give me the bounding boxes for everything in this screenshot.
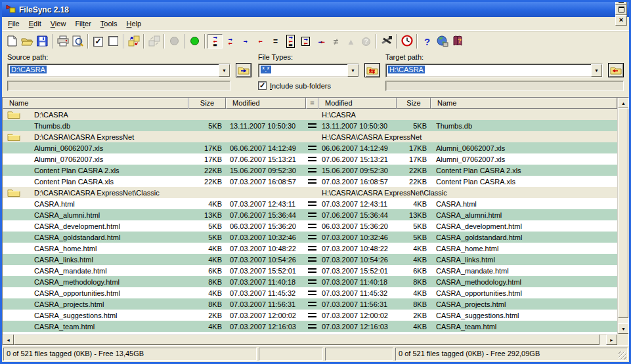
show-different-button[interactable]: →←: [223, 34, 238, 49]
menu-tools[interactable]: Tools: [96, 18, 122, 29]
scroll-right-button[interactable]: ►: [606, 334, 617, 345]
target-path-value[interactable]: H:\CASRA: [388, 66, 425, 73]
new-file-button[interactable]: [5, 34, 20, 49]
file-row[interactable]: CASRA_team.html4KB07.03.2007 12:16:0307.…: [3, 321, 617, 332]
toolbar-separator: [123, 34, 124, 49]
manual-button[interactable]: ?: [450, 34, 465, 49]
source-path-dropdown-button[interactable]: ▼: [219, 64, 230, 77]
file-row[interactable]: CASRA_opportunities.html4KB07.03.2007 11…: [3, 287, 617, 298]
equal-status-icon: [306, 246, 318, 251]
menu-file[interactable]: File: [3, 18, 24, 29]
column-header-name[interactable]: Name: [3, 98, 188, 109]
include-subfolders-checkbox[interactable]: ✓: [258, 81, 267, 90]
folder-icon: [3, 132, 25, 141]
file-row[interactable]: CASRA_alumni.html13KB07.06.2007 15:36:44…: [3, 209, 617, 220]
file-row[interactable]: CASRA_development.html5KB06.03.2007 15:3…: [3, 220, 617, 232]
file-row[interactable]: CASRA_projects.html8KB07.03.2007 11:56:3…: [3, 298, 617, 310]
print-icon: [57, 35, 69, 48]
target-folder-path: H:\CASRA: [318, 111, 617, 119]
file-types-label: File Types:: [258, 53, 383, 62]
options-button[interactable]: [379, 34, 394, 49]
source-file-size: 8KB: [188, 300, 226, 308]
target-file-name: CASRA_development.html: [431, 222, 617, 230]
source-file-size: 4KB: [188, 323, 226, 331]
column-header-modified[interactable]: Modified: [318, 98, 397, 109]
web-update-button[interactable]: [435, 34, 450, 49]
file-types-dropdown-button[interactable]: ▼: [347, 64, 359, 77]
source-file-modified: 07.06.2007 15:13:21: [226, 155, 306, 163]
browse-source-button[interactable]: [236, 63, 251, 77]
target-file-size: 13KB: [397, 211, 431, 219]
file-row[interactable]: Content Plan CASRA 2.xls22KB15.06.2007 0…: [3, 165, 617, 176]
vertical-scrollbar[interactable]: ▲ ▼: [617, 98, 628, 334]
target-file-modified: 07.03.2007 10:54:26: [318, 256, 397, 264]
menu-edit[interactable]: Edit: [24, 18, 46, 29]
menu-help[interactable]: Help: [122, 18, 146, 29]
show-equal-button[interactable]: =: [268, 34, 283, 49]
menu-view[interactable]: View: [46, 18, 71, 29]
horizontal-scroll-thumb[interactable]: [14, 334, 599, 345]
folder-row[interactable]: D:\CASRA\CASRA ExpressNetH:\CASRA\CASRA …: [3, 131, 617, 142]
target-file-size: 4KB: [397, 289, 431, 297]
swap-paths-button[interactable]: [364, 63, 380, 77]
column-header-modified[interactable]: Modified: [226, 98, 306, 109]
scroll-left-button[interactable]: ◄: [3, 334, 14, 345]
file-row[interactable]: CASRA.html4KB07.03.2007 12:43:1107.03.20…: [3, 198, 617, 209]
file-row[interactable]: CASRA_mandate.html6KB07.03.2007 15:52:01…: [3, 265, 617, 276]
file-row[interactable]: CASRA_goldstandard.html5KB07.03.2007 10:…: [3, 232, 617, 243]
scroll-down-button[interactable]: ▼: [618, 323, 629, 334]
start-compare-button[interactable]: [187, 34, 202, 49]
show-target-newer-button[interactable]: ←: [253, 34, 268, 49]
title-bar[interactable]: FileSync 2.18 ×: [2, 2, 629, 17]
scheduler-button[interactable]: [399, 34, 414, 49]
horizontal-scrollbar[interactable]: ◄ ►: [3, 334, 617, 345]
target-path-dropdown-button[interactable]: ▼: [591, 64, 602, 77]
file-row[interactable]: CASRA_home.html4KB07.03.2007 10:48:2207.…: [3, 243, 617, 254]
print-preview-button[interactable]: [70, 34, 85, 49]
resize-grip[interactable]: [619, 352, 626, 359]
file-row[interactable]: CASRA_methodology.html8KB07.03.2007 11:4…: [3, 276, 617, 287]
show-all-boxed-button[interactable]: →←=: [283, 34, 298, 49]
menu-filter[interactable]: Filter: [70, 18, 95, 29]
help-button[interactable]: ?: [420, 34, 435, 49]
source-path-combo[interactable]: D:\CASRA ▼: [7, 64, 230, 77]
show-source-newer-button[interactable]: →: [238, 34, 253, 49]
file-row[interactable]: Alumni_07062007.xls17KB07.06.2007 15:13:…: [3, 153, 617, 165]
tag-all-button[interactable]: ✓: [91, 34, 106, 49]
file-types-value[interactable]: *.*: [261, 66, 271, 73]
column-header-size[interactable]: Size: [188, 98, 226, 109]
file-row[interactable]: CASRA_links.html4KB07.03.2007 10:54:2607…: [3, 254, 617, 265]
show-opposed-button[interactable]: →←: [313, 34, 328, 49]
target-path-combo[interactable]: H:\CASRA ▼: [385, 64, 603, 77]
save-profile-icon: [37, 35, 48, 48]
open-profile-button[interactable]: [20, 34, 35, 49]
copy-tagged-button[interactable]: [126, 34, 141, 49]
vertical-scroll-thumb[interactable]: [618, 108, 628, 318]
folder-row[interactable]: D:\CASRA\CASRA ExpressNet\ClassicH:\CASR…: [3, 187, 617, 198]
target-file-name: CASRA_methodology.html: [431, 278, 617, 286]
show-different-boxed-button[interactable]: →←: [298, 34, 313, 49]
browse-target-button[interactable]: [608, 63, 624, 77]
file-row[interactable]: Alumni_06062007.xls17KB06.06.2007 14:12:…: [3, 142, 617, 153]
untag-all-button[interactable]: [106, 34, 121, 49]
untag-all-icon: [108, 36, 118, 47]
scroll-up-button[interactable]: ▲: [618, 98, 629, 108]
file-types-combo[interactable]: *.* ▼: [258, 64, 359, 77]
print-button[interactable]: [55, 34, 70, 49]
column-header-name[interactable]: Name: [431, 98, 617, 109]
file-row[interactable]: Thumbs.db5KB13.11.2007 10:50:3013.11.200…: [3, 120, 617, 131]
file-row[interactable]: CASRA_suggestions.html2KB07.03.2007 12:0…: [3, 310, 617, 321]
source-file-name: CASRA_development.html: [25, 222, 188, 230]
column-header-size[interactable]: Size: [397, 98, 431, 109]
options-icon: [381, 35, 393, 47]
target-file-size: 5KB: [397, 122, 431, 130]
save-profile-button[interactable]: [35, 34, 50, 49]
folder-row[interactable]: D:\CASRAH:\CASRA: [3, 109, 617, 120]
equal-status-icon: [306, 302, 318, 306]
maximize-button[interactable]: [615, 5, 627, 15]
source-path-value[interactable]: D:\CASRA: [10, 66, 47, 73]
column-header-equal[interactable]: =: [306, 98, 318, 109]
source-file-size: 5KB: [188, 233, 226, 241]
file-row[interactable]: Content Plan CASRA.xls22KB07.03.2007 16:…: [3, 176, 617, 187]
show-all-button[interactable]: →←=: [207, 34, 223, 49]
